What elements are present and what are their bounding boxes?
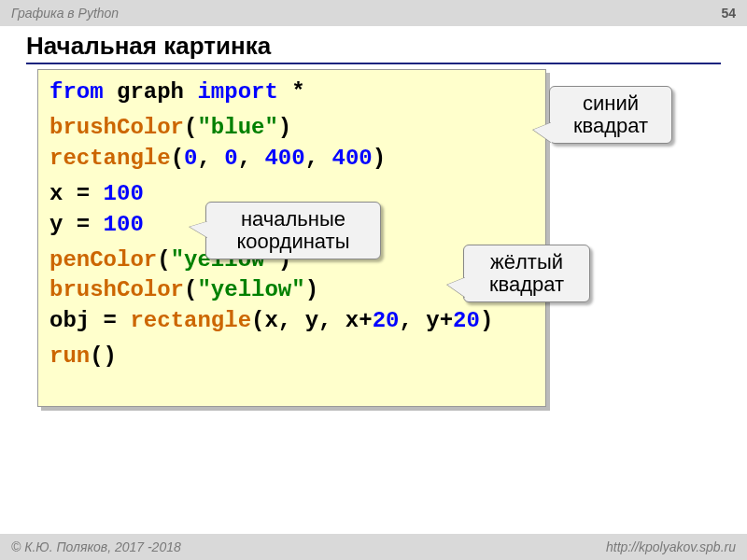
callout-yellow-square: жёлтый квадрат bbox=[463, 245, 590, 302]
footer-copyright: © К.Ю. Поляков, 2017 -2018 bbox=[11, 539, 181, 554]
code-line-2: brushColor("blue") bbox=[49, 113, 534, 143]
callout-text: координаты bbox=[219, 231, 367, 253]
header-topic: Графика в Python bbox=[11, 6, 119, 21]
callout-text: жёлтый bbox=[477, 251, 576, 273]
slide-footer: © К.Ю. Поляков, 2017 -2018 http://kpolya… bbox=[0, 534, 747, 560]
callout-tail-icon bbox=[447, 277, 466, 298]
callout-blue-square: синий квадрат bbox=[549, 86, 672, 144]
slide-header: Графика в Python 54 bbox=[0, 0, 747, 26]
callout-text: квадрат bbox=[477, 273, 576, 296]
callout-text: синий bbox=[563, 92, 658, 115]
title-bar: Начальная картинка bbox=[0, 26, 747, 64]
callout-text: начальные bbox=[219, 208, 367, 231]
code-line-1: from graph import * bbox=[49, 77, 534, 107]
code-line-8: obj = rectangle(x, y, x+20, y+20) bbox=[49, 306, 534, 336]
footer-url: http://kpolyakov.spb.ru bbox=[606, 539, 736, 554]
page-number: 54 bbox=[721, 6, 736, 21]
callout-initial-coords: начальные координаты bbox=[205, 202, 381, 259]
code-line-9: run() bbox=[49, 342, 534, 371]
slide-title: Начальная картинка bbox=[26, 32, 721, 64]
callout-tail-icon bbox=[190, 221, 208, 238]
callout-tail-icon bbox=[533, 122, 552, 143]
code-line-3: rectangle(0, 0, 400, 400) bbox=[49, 144, 534, 174]
callout-text: квадрат bbox=[563, 115, 658, 137]
